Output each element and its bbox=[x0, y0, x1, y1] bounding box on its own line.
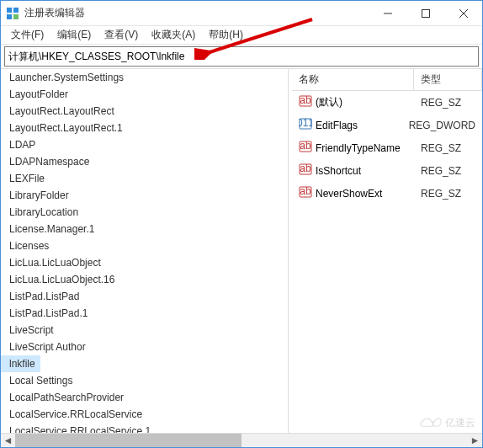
value-name: NeverShowExt bbox=[316, 188, 382, 200]
value-string-icon: ab bbox=[299, 140, 312, 156]
svg-text:ab: ab bbox=[300, 185, 311, 197]
svg-rect-0 bbox=[7, 8, 12, 13]
cell-type: REG_SZ bbox=[414, 93, 482, 111]
app-icon bbox=[6, 7, 19, 20]
value-string-icon: ab bbox=[299, 94, 312, 110]
list-row[interactable]: abNeverShowExtREG_SZ bbox=[292, 182, 482, 205]
close-button[interactable] bbox=[444, 1, 482, 25]
menu-file[interactable]: 文件(F) bbox=[4, 26, 50, 44]
tree-item[interactable]: lnkfile bbox=[1, 355, 40, 372]
list-body: ab(默认)REG_SZ011EditFlagsREG_DWORDabFrien… bbox=[292, 91, 482, 205]
window-title: 注册表编辑器 bbox=[24, 6, 369, 20]
titlebar[interactable]: 注册表编辑器 bbox=[1, 1, 482, 26]
svg-rect-3 bbox=[13, 14, 19, 19]
scroll-track[interactable] bbox=[15, 434, 468, 447]
value-name: (默认) bbox=[316, 95, 342, 109]
tree-item[interactable]: LocalPathSearchProvider bbox=[1, 389, 288, 406]
tree-item[interactable]: LayoutRect.LayoutRect bbox=[1, 103, 288, 120]
content-area: Launcher.SystemSettingsLayoutFolderLayou… bbox=[1, 68, 482, 433]
address-bar[interactable] bbox=[4, 46, 479, 67]
cell-name: abFriendlyTypeName bbox=[292, 139, 414, 157]
tree-item[interactable]: LicLua.LicLuaObject bbox=[1, 254, 288, 271]
menu-favorites[interactable]: 收藏夹(A) bbox=[145, 26, 202, 44]
value-string-icon: ab bbox=[299, 163, 312, 179]
list-row[interactable]: abIsShortcutREG_SZ bbox=[292, 159, 482, 182]
menu-view[interactable]: 查看(V) bbox=[98, 26, 145, 44]
tree-item[interactable]: LDAPNamespace bbox=[1, 153, 288, 170]
value-name: EditFlags bbox=[316, 120, 358, 131]
tree-item[interactable]: LEXFile bbox=[1, 170, 288, 187]
cell-name: abIsShortcut bbox=[292, 162, 414, 179]
cell-type: REG_SZ bbox=[414, 139, 482, 157]
tree-item[interactable]: ListPad.ListPad.1 bbox=[1, 305, 288, 322]
tree-item[interactable]: LibraryFolder bbox=[1, 187, 288, 204]
cell-type: REG_SZ bbox=[414, 162, 482, 179]
list-row[interactable]: 011EditFlagsREG_DWORD bbox=[292, 114, 482, 136]
tree-item[interactable]: LiveScript bbox=[1, 322, 288, 339]
tree-item[interactable]: ListPad.ListPad bbox=[1, 288, 288, 305]
maximize-button[interactable] bbox=[406, 1, 444, 25]
address-input[interactable] bbox=[5, 51, 478, 62]
value-name: FriendlyTypeName bbox=[316, 142, 401, 154]
menu-edit[interactable]: 编辑(E) bbox=[50, 26, 98, 44]
minimize-button[interactable] bbox=[369, 1, 406, 25]
scroll-left-icon[interactable]: ◄ bbox=[1, 434, 15, 448]
cell-name: ab(默认) bbox=[292, 93, 414, 111]
scroll-right-icon[interactable]: ► bbox=[468, 434, 482, 448]
svg-rect-2 bbox=[7, 14, 12, 19]
tree-item[interactable]: Launcher.SystemSettings bbox=[1, 69, 288, 86]
svg-text:ab: ab bbox=[300, 94, 311, 106]
tree-item[interactable]: LiveScript Author bbox=[1, 339, 288, 355]
menu-help[interactable]: 帮助(H) bbox=[202, 26, 250, 44]
value-binary-icon: 011 bbox=[299, 117, 312, 133]
value-string-icon: ab bbox=[299, 185, 312, 201]
horizontal-scrollbar[interactable]: ◄ ► bbox=[1, 433, 482, 447]
cell-type: REG_SZ bbox=[414, 184, 482, 202]
svg-rect-5 bbox=[422, 9, 429, 17]
tree-item[interactable]: LibraryLocation bbox=[1, 204, 288, 221]
cell-type: REG_DWORD bbox=[402, 116, 482, 134]
tree-item[interactable]: LayoutRect.LayoutRect.1 bbox=[1, 120, 288, 136]
window-controls bbox=[369, 1, 482, 25]
tree-item[interactable]: License.Manager.1 bbox=[1, 221, 288, 237]
cell-name: 011EditFlags bbox=[292, 116, 402, 134]
tree-item[interactable]: LocalService.RRLocalService.1 bbox=[1, 423, 288, 433]
list-pane[interactable]: 名称 类型 ab(默认)REG_SZ011EditFlagsREG_DWORDa… bbox=[292, 69, 482, 433]
list-row[interactable]: abFriendlyTypeNameREG_SZ bbox=[292, 136, 482, 159]
tree-item[interactable]: LicLua.LicLuaObject.16 bbox=[1, 271, 288, 288]
menubar: 文件(F) 编辑(E) 查看(V) 收藏夹(A) 帮助(H) bbox=[1, 26, 482, 45]
tree-pane[interactable]: Launcher.SystemSettingsLayoutFolderLayou… bbox=[1, 69, 289, 433]
cell-name: abNeverShowExt bbox=[292, 184, 414, 202]
svg-text:011: 011 bbox=[299, 117, 312, 129]
svg-text:ab: ab bbox=[300, 163, 311, 174]
svg-text:ab: ab bbox=[300, 140, 311, 152]
tree-item[interactable]: LayoutFolder bbox=[1, 86, 288, 103]
tree-item[interactable]: LDAP bbox=[1, 136, 288, 153]
column-header-name[interactable]: 名称 bbox=[292, 69, 414, 90]
registry-editor-window: 注册表编辑器 文件(F) 编辑(E) 查看(V) 收藏夹(A) 帮助(H) La… bbox=[0, 0, 483, 448]
tree-item[interactable]: Licenses bbox=[1, 237, 288, 254]
scroll-thumb[interactable] bbox=[15, 434, 242, 447]
tree-item[interactable]: Local Settings bbox=[1, 372, 288, 389]
svg-rect-1 bbox=[13, 8, 19, 13]
list-header: 名称 类型 bbox=[292, 69, 482, 91]
tree-item[interactable]: LocalService.RRLocalService bbox=[1, 406, 288, 423]
column-header-type[interactable]: 类型 bbox=[414, 69, 482, 90]
list-row[interactable]: ab(默认)REG_SZ bbox=[292, 91, 482, 114]
value-name: IsShortcut bbox=[316, 165, 361, 177]
